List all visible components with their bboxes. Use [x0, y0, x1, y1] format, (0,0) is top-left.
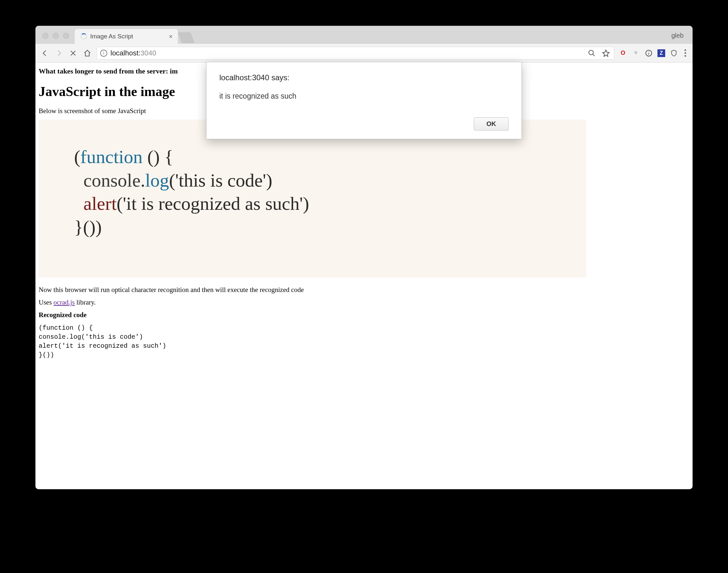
site-info-icon[interactable]: i [100, 50, 107, 57]
traffic-light-max[interactable] [63, 33, 69, 39]
bookmark-star-icon[interactable] [601, 48, 611, 58]
tab-close-icon[interactable]: × [167, 33, 175, 40]
now-text: Now this browser will run optical charac… [39, 286, 689, 294]
new-tab-button[interactable] [178, 32, 194, 43]
url-port: 3040 [141, 49, 156, 57]
profile-label[interactable]: gleb [671, 32, 689, 44]
stop-button[interactable] [68, 48, 78, 58]
uses-text: Uses ocrad.js library. [39, 299, 689, 307]
back-button[interactable] [40, 48, 50, 58]
js-alert-dialog: localhost:3040 says: it is recognized as… [206, 62, 522, 139]
traffic-light-close[interactable] [43, 33, 48, 39]
browser-window: Image As Script × gleb i localhost:3040 [36, 26, 692, 489]
search-in-page-icon[interactable] [587, 48, 597, 58]
window-controls[interactable] [39, 33, 75, 44]
url-host: localhost: [110, 49, 141, 57]
tab-strip: Image As Script × gleb [36, 26, 692, 44]
recognized-header: Recognized code [39, 311, 689, 319]
tab-title: Image As Script [90, 33, 164, 40]
loading-spinner-icon [80, 33, 87, 40]
browser-tab[interactable]: Image As Script × [75, 29, 178, 44]
extension-shield-icon[interactable] [670, 49, 678, 57]
extension-opera-icon[interactable]: O [619, 49, 627, 57]
toolbar: i localhost:3040 O ▼ Z [36, 44, 692, 62]
recognized-code: (function () { console.log('this is code… [39, 323, 689, 360]
extensions: O ▼ Z [619, 49, 678, 57]
ocrad-link[interactable]: ocrad.js [53, 299, 75, 306]
code-screenshot: (function () { console.log('this is code… [39, 119, 586, 277]
alert-origin: localhost:3040 says: [219, 73, 509, 82]
traffic-light-min[interactable] [53, 33, 59, 39]
extension-z-icon[interactable]: Z [658, 49, 665, 57]
svg-point-0 [589, 50, 593, 55]
chrome-menu-button[interactable] [683, 49, 688, 57]
home-button[interactable] [82, 48, 92, 58]
extension-info-icon[interactable] [645, 49, 653, 57]
forward-button [54, 48, 64, 58]
address-bar[interactable]: i localhost:3040 [97, 47, 614, 60]
alert-message: it is recognized as such [219, 92, 509, 101]
code-screenshot-content: (function () { console.log('this is code… [74, 145, 567, 239]
extension-v-icon[interactable]: ▼ [632, 49, 640, 57]
alert-ok-button[interactable]: OK [474, 117, 509, 131]
